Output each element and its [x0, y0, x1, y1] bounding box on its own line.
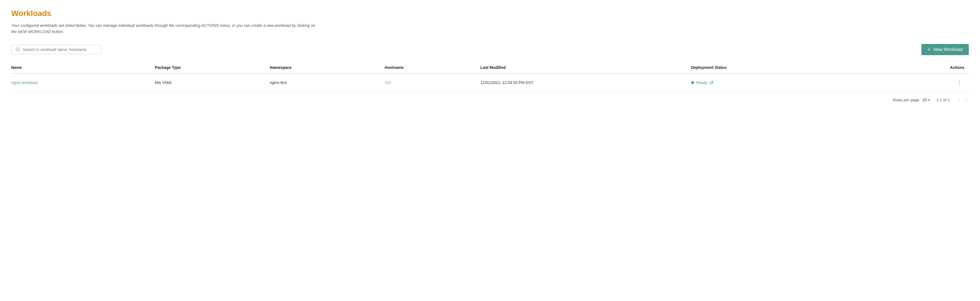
next-page-button[interactable]: ›	[964, 96, 969, 104]
cell-name: nginx-workload	[11, 73, 155, 92]
col-header-deployment-status: Deployment Status	[691, 62, 864, 73]
rows-per-page-value: 25	[923, 98, 927, 102]
workloads-table-container: Name Package Type Namespace Hostname Las…	[11, 62, 969, 92]
workloads-table: Name Package Type Namespace Hostname Las…	[11, 62, 969, 92]
plus-icon: +	[928, 47, 931, 52]
pagination-row: Rows per page: 25 ▾ 1-1 of 1 ‹ ›	[11, 92, 969, 106]
table-header-row: Name Package Type Namespace Hostname Las…	[11, 62, 969, 73]
page-title: Workloads	[11, 9, 969, 18]
rows-per-page-control: Rows per page: 25 ▾	[893, 98, 930, 102]
col-header-actions: Actions	[863, 62, 969, 73]
new-workload-button[interactable]: + New Workload	[921, 44, 969, 55]
page-info: 1-1 of 1	[937, 98, 950, 102]
cell-package-type: k8s YAML	[155, 73, 270, 92]
cell-namespace: nginx-test	[270, 73, 385, 92]
external-link-icon[interactable]	[710, 81, 714, 84]
prev-page-button[interactable]: ‹	[956, 96, 961, 104]
col-header-name: Name	[11, 62, 155, 73]
new-workload-label: New Workload	[934, 47, 963, 52]
status-indicator	[691, 81, 694, 84]
col-header-namespace: Namespace	[270, 62, 385, 73]
pagination-arrows: ‹ ›	[956, 96, 969, 104]
search-container	[11, 45, 101, 54]
svg-line-2	[711, 81, 713, 83]
table-row: nginx-workload k8s YAML nginx-test N/A 1…	[11, 73, 969, 92]
rows-per-page-select[interactable]: 25 ▾	[923, 98, 930, 102]
col-header-last-modified: Last Modified	[480, 62, 691, 73]
actions-menu-button[interactable]: ⋮	[954, 79, 964, 87]
cell-deployment-status: Ready	[691, 73, 864, 92]
workload-link[interactable]: nginx-workload	[11, 80, 38, 85]
cell-last-modified: 12/01/2021, 12:54:55 PM EST	[480, 73, 691, 92]
status-text: Ready	[696, 80, 708, 85]
svg-line-1	[19, 51, 19, 51]
page-description: Your configured workloads are listed bel…	[11, 22, 320, 35]
col-header-hostname: Hostname	[385, 62, 480, 73]
rows-per-page-label: Rows per page:	[893, 98, 920, 102]
chevron-down-icon: ▾	[928, 98, 930, 102]
page-container: Workloads Your configured workloads are …	[0, 0, 980, 301]
toolbar: + New Workload	[11, 44, 969, 55]
col-header-package-type: Package Type	[155, 62, 270, 73]
search-input[interactable]	[23, 48, 97, 52]
search-icon	[16, 48, 20, 52]
cell-actions: ⋮	[863, 73, 969, 92]
cell-hostname: N/A	[385, 73, 480, 92]
